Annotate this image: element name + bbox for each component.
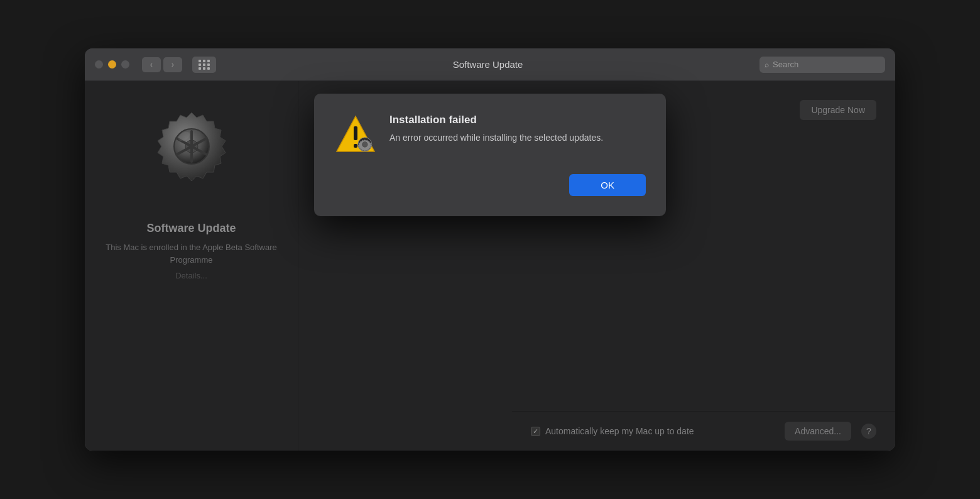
forward-button[interactable]: › [163, 57, 182, 72]
maximize-button[interactable] [121, 60, 129, 69]
svg-rect-8 [354, 144, 357, 148]
modal-overlay: Installation failed An error occurred wh… [85, 81, 895, 451]
warning-triangle-svg [334, 114, 377, 156]
svg-point-10 [362, 141, 368, 147]
forward-icon: › [172, 60, 174, 69]
main-window: ‹ › Software Update ⌕ Search [85, 48, 895, 451]
warning-icon [334, 114, 377, 156]
minimize-button[interactable] [108, 60, 116, 69]
modal-text: Installation failed An error occurred wh… [389, 114, 646, 145]
back-button[interactable]: ‹ [142, 57, 161, 72]
nav-buttons: ‹ › [142, 57, 182, 72]
modal-footer: OK [334, 174, 646, 196]
traffic-lights [95, 60, 129, 69]
close-button[interactable] [95, 60, 103, 69]
modal-title: Installation failed [389, 114, 646, 126]
search-icon: ⌕ [765, 60, 769, 69]
search-placeholder: Search [773, 60, 798, 69]
grid-view-button[interactable] [192, 57, 216, 73]
main-content: Software Update This Mac is enrolled in … [85, 81, 895, 451]
titlebar: ‹ › Software Update ⌕ Search [85, 48, 895, 81]
modal-header: Installation failed An error occurred wh… [334, 114, 646, 156]
search-bar[interactable]: ⌕ Search [760, 57, 885, 73]
back-icon: ‹ [150, 60, 153, 69]
ok-button[interactable]: OK [569, 174, 646, 196]
installation-failed-dialog: Installation failed An error occurred wh… [314, 94, 666, 216]
window-title: Software Update [224, 59, 752, 70]
modal-body: An error occurred while installing the s… [389, 131, 646, 145]
svg-rect-7 [354, 126, 357, 140]
grid-icon [199, 60, 210, 70]
